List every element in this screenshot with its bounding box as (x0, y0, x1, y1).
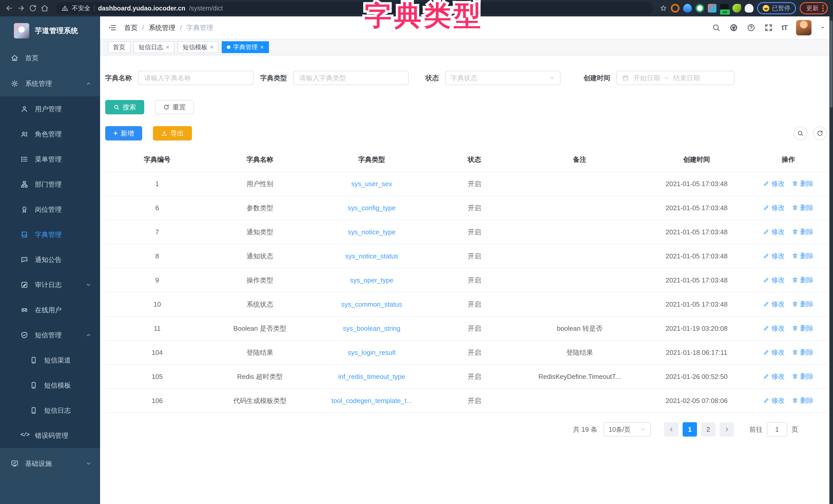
dict-type-link[interactable]: sys_user_sex (351, 180, 392, 188)
tab-dict-active[interactable]: 字典管理 × (222, 41, 269, 53)
delete-link[interactable]: 删除 (792, 179, 813, 188)
page-size-select[interactable]: 10条/页 (603, 422, 651, 436)
address-bar[interactable]: 不安全 dashboard.yudao.iocoder.cn/system/di… (55, 2, 653, 14)
sidebar-item-menus[interactable]: 菜单管理 (0, 147, 100, 172)
forward-icon[interactable] (17, 4, 25, 12)
extension-leaf-icon[interactable] (732, 4, 741, 12)
page-scrollbar[interactable] (829, 17, 833, 504)
page-1-button[interactable]: 1 (683, 422, 697, 436)
tab-sms-template[interactable]: 短信模板 × (177, 41, 219, 53)
breadcrumb-home[interactable]: 首页 (124, 23, 138, 32)
edit-link[interactable]: 修改 (763, 203, 785, 212)
dict-type-link[interactable]: sys_login_result (348, 349, 396, 356)
delete-link[interactable]: 删除 (792, 372, 813, 381)
dict-type-input[interactable] (293, 71, 408, 85)
prev-page-button[interactable] (664, 422, 679, 436)
close-icon[interactable]: × (260, 44, 264, 50)
avatar[interactable] (796, 20, 811, 35)
github-icon[interactable] (729, 23, 738, 32)
tab-home[interactable]: 首页 (108, 41, 130, 53)
sidebar-item-sms-channel[interactable]: 短信渠道 (0, 348, 100, 373)
back-icon[interactable] (5, 4, 13, 12)
dict-name-input[interactable] (138, 71, 254, 85)
hamburger-icon[interactable] (108, 23, 117, 32)
extension-on-icon[interactable]: on (720, 4, 729, 12)
browser-menu-icon[interactable] (822, 5, 824, 11)
edit-link[interactable]: 修改 (763, 372, 785, 381)
fullscreen-icon[interactable] (764, 23, 773, 32)
edit-link[interactable]: 修改 (763, 227, 785, 236)
extension-orange-icon[interactable] (671, 4, 680, 12)
goto-page-input[interactable] (767, 422, 787, 436)
page-2-button[interactable]: 2 (701, 422, 715, 436)
close-icon[interactable]: × (210, 44, 214, 50)
refresh-table-button[interactable] (813, 126, 827, 140)
reset-button[interactable]: 重置 (155, 100, 194, 114)
dict-type-link[interactable]: sys_oper_type (350, 276, 394, 284)
toggle-search-button[interactable] (793, 126, 807, 140)
extension-green-icon[interactable] (695, 4, 704, 12)
add-button[interactable]: + 新增 (105, 126, 142, 141)
delete-link[interactable]: 删除 (792, 276, 813, 284)
date-range-picker[interactable]: 开始日期 ~ 结束日期 (616, 71, 735, 85)
sidebar-item-notices[interactable]: 通知公告 (0, 247, 100, 272)
edit-link[interactable]: 修改 (763, 276, 785, 284)
dict-type-link[interactable]: sys_common_status (341, 300, 402, 308)
breadcrumb-system[interactable]: 系统管理 (149, 23, 175, 32)
search-icon[interactable] (712, 23, 721, 32)
sidebar-item-audit-log[interactable]: 审计日志 (0, 272, 100, 297)
extension-grid-icon[interactable] (708, 4, 716, 12)
sidebar-item-sms[interactable]: 短信管理 (0, 323, 100, 348)
next-page-button[interactable] (719, 422, 734, 436)
status-select[interactable]: 字典状态 (445, 71, 561, 85)
delete-link[interactable]: 删除 (792, 300, 813, 309)
delete-link[interactable]: 删除 (792, 227, 813, 236)
extension-blue-icon[interactable] (683, 4, 692, 12)
tab-sms-log[interactable]: 短信日志 × (134, 41, 174, 53)
sidebar-item-home[interactable]: 首页 (0, 45, 100, 71)
edit-link[interactable]: 修改 (763, 251, 785, 260)
font-size-icon[interactable]: tT (782, 24, 787, 32)
bookmark-star-icon[interactable] (660, 4, 667, 12)
app-logo-row[interactable]: 芋道管理系统 (0, 17, 100, 45)
sidebar-item-system[interactable]: 系统管理 (0, 71, 100, 96)
home-browser-icon[interactable] (41, 4, 49, 12)
edit-link[interactable]: 修改 (763, 300, 785, 309)
sidebar-item-online-users[interactable]: 在线用户 (0, 297, 100, 323)
delete-link[interactable]: 删除 (792, 203, 813, 212)
scrollbar-thumb[interactable] (830, 21, 832, 108)
dict-type-link[interactable]: sys_boolean_string (343, 325, 400, 332)
sidebar-item-error-code[interactable]: </> 错误码管理 (0, 423, 100, 448)
update-button[interactable]: 更新 (800, 2, 828, 14)
edit-link[interactable]: 修改 (763, 396, 785, 405)
edit-link[interactable]: 修改 (763, 324, 785, 333)
sidebar-item-infrastructure[interactable]: 基础设施 (0, 448, 100, 479)
avatar-caret-icon[interactable] (820, 25, 825, 30)
reload-icon[interactable] (29, 4, 37, 12)
sidebar-item-departments[interactable]: 部门管理 (0, 172, 100, 197)
sidebar-item-posts[interactable]: 岗位管理 (0, 197, 100, 222)
delete-link[interactable]: 删除 (792, 396, 813, 405)
sidebar-item-sms-template[interactable]: 短信模板 (0, 373, 100, 398)
edit-link[interactable]: 修改 (763, 348, 785, 357)
delete-link[interactable]: 删除 (792, 324, 813, 333)
edit-link[interactable]: 修改 (763, 179, 785, 188)
delete-link[interactable]: 删除 (792, 251, 813, 260)
paused-badge[interactable]: 已暂停 (757, 2, 796, 14)
sidebar-item-users[interactable]: 用户管理 (0, 96, 100, 122)
extension-profile-icon[interactable] (745, 4, 754, 12)
search-button[interactable]: 搜索 (105, 100, 144, 114)
delete-link[interactable]: 删除 (792, 348, 813, 357)
dict-type-link[interactable]: sys_config_type (348, 204, 396, 212)
table-row: 10 系统状态 sys_common_status 开启 2021-01-05 … (105, 292, 827, 316)
dict-type-link[interactable]: sys_notice_type (348, 228, 396, 236)
export-button[interactable]: 导出 (153, 126, 192, 141)
dict-type-link[interactable]: sys_notice_status (345, 252, 398, 260)
sidebar-item-dict[interactable]: 字典管理 (0, 222, 100, 247)
sidebar-item-roles[interactable]: 角色管理 (0, 122, 100, 147)
close-icon[interactable]: × (166, 44, 169, 50)
help-icon[interactable] (747, 23, 756, 32)
sidebar-item-sms-log[interactable]: 短信日志 (0, 398, 100, 423)
dict-type-link[interactable]: tool_codegen_template_t... (331, 397, 412, 405)
dict-type-link[interactable]: inf_redis_timeout_type (338, 373, 405, 380)
